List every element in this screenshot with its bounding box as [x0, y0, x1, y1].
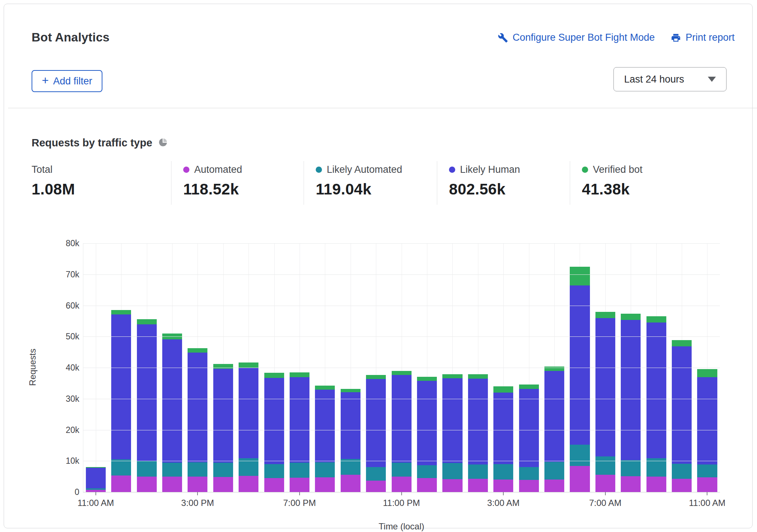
x-tick-label: 7:00 AM: [589, 498, 622, 508]
segment-automated: [646, 477, 666, 492]
segment-likely-automated: [290, 463, 309, 478]
stacked-bar[interactable]: [239, 362, 258, 492]
x-tick-mark: [503, 492, 504, 495]
segment-verified-bot: [519, 385, 539, 389]
segment-likely-automated: [392, 463, 412, 476]
gridline-h: [83, 461, 720, 461]
x-tick-label: 7:00 PM: [283, 498, 316, 508]
stacked-bar[interactable]: [392, 371, 412, 492]
x-tick-mark: [401, 492, 402, 495]
segment-verified-bot: [341, 389, 361, 392]
stacked-bar[interactable]: [621, 314, 641, 492]
requests-chart: 010k20k30k40k50k60k70k80k Requests Time …: [4, 4, 752, 528]
gridline-h: [83, 336, 720, 337]
stacked-bar[interactable]: [290, 372, 309, 492]
y-tick-label: 60k: [66, 300, 79, 310]
stacked-bar[interactable]: [493, 386, 513, 492]
segment-likely-automated: [672, 464, 692, 479]
segment-likely-human: [442, 378, 462, 463]
segment-likely-automated: [366, 467, 386, 480]
segment-likely-human: [162, 339, 182, 463]
segment-likely-human: [672, 346, 692, 464]
stacked-bar[interactable]: [468, 374, 488, 492]
segment-likely-human: [188, 353, 207, 462]
gridline-h: [83, 306, 720, 306]
y-axis-title: Requests: [28, 349, 38, 386]
segment-likely-automated: [315, 462, 335, 478]
segment-automated: [595, 475, 615, 492]
y-tick-label: 50k: [66, 332, 79, 342]
segment-likely-automated: [137, 461, 156, 477]
segment-verified-bot: [239, 362, 258, 368]
segment-automated: [392, 477, 412, 492]
bot-analytics-page: Bot Analytics Configure Super Bot Fight …: [0, 0, 757, 532]
segment-likely-human: [239, 368, 258, 458]
segment-verified-bot: [392, 371, 412, 375]
stacked-bar[interactable]: [570, 267, 590, 492]
segment-likely-human: [86, 468, 106, 488]
segment-automated: [493, 480, 513, 492]
segment-automated: [290, 478, 309, 492]
segment-verified-bot: [442, 374, 462, 378]
segment-automated: [264, 478, 284, 492]
stacked-bar[interactable]: [315, 386, 335, 492]
segment-likely-automated: [697, 464, 717, 478]
x-tick-label: 11:00 AM: [77, 498, 114, 508]
x-tick-label: 3:00 PM: [181, 498, 214, 508]
segment-likely-automated: [341, 459, 361, 475]
segment-likely-human: [366, 379, 386, 467]
y-tick-label: 80k: [66, 238, 79, 248]
segment-likely-automated: [111, 459, 131, 475]
segment-likely-automated: [417, 465, 437, 478]
x-tick-label: 3:00 AM: [487, 498, 519, 508]
segment-likely-automated: [519, 467, 539, 480]
segment-likely-human: [137, 324, 156, 461]
stacked-bar[interactable]: [86, 467, 106, 492]
stacked-bar[interactable]: [162, 334, 182, 492]
stacked-bar[interactable]: [672, 340, 692, 492]
stacked-bar[interactable]: [188, 348, 207, 492]
segment-verified-bot: [595, 312, 615, 318]
stacked-bar[interactable]: [213, 364, 233, 492]
segment-likely-automated: [544, 462, 564, 480]
stacked-bar[interactable]: [111, 310, 131, 492]
stacked-bar[interactable]: [697, 369, 717, 492]
segment-automated: [468, 479, 488, 492]
segment-automated: [417, 478, 437, 492]
segment-likely-automated: [162, 463, 182, 477]
segment-automated: [697, 477, 717, 492]
stacked-bar[interactable]: [264, 373, 284, 492]
segment-automated: [213, 477, 233, 492]
y-tick-label: 10k: [66, 456, 79, 466]
segment-likely-automated: [442, 463, 462, 479]
stacked-bar[interactable]: [366, 375, 386, 492]
segment-verified-bot: [621, 314, 641, 320]
segment-likely-human: [646, 323, 666, 458]
stacked-bar[interactable]: [442, 374, 462, 492]
segment-likely-automated: [493, 464, 513, 480]
segment-likely-human: [595, 318, 615, 456]
segment-verified-bot: [570, 267, 590, 285]
segment-likely-human: [341, 392, 361, 459]
stacked-bar[interactable]: [595, 312, 615, 492]
x-axis-title: Time (local): [378, 521, 424, 532]
segment-automated: [239, 476, 258, 492]
stacked-bar[interactable]: [519, 385, 539, 492]
x-tick-mark: [95, 492, 96, 495]
segment-likely-automated: [188, 462, 207, 477]
segment-verified-bot: [188, 348, 207, 353]
segment-automated: [621, 476, 641, 492]
stacked-bar[interactable]: [544, 367, 564, 492]
gridline-h: [83, 399, 720, 399]
segment-likely-human: [417, 381, 437, 465]
segment-automated: [315, 477, 335, 492]
stacked-bar[interactable]: [417, 377, 437, 492]
segment-likely-automated: [468, 464, 488, 479]
stacked-bar[interactable]: [341, 389, 361, 492]
segment-verified-bot: [366, 375, 386, 379]
analytics-card: Bot Analytics Configure Super Bot Fight …: [4, 4, 753, 528]
stacked-bar[interactable]: [646, 316, 666, 492]
segment-verified-bot: [137, 319, 156, 324]
stacked-bar[interactable]: [137, 319, 156, 492]
segment-verified-bot: [213, 364, 233, 369]
